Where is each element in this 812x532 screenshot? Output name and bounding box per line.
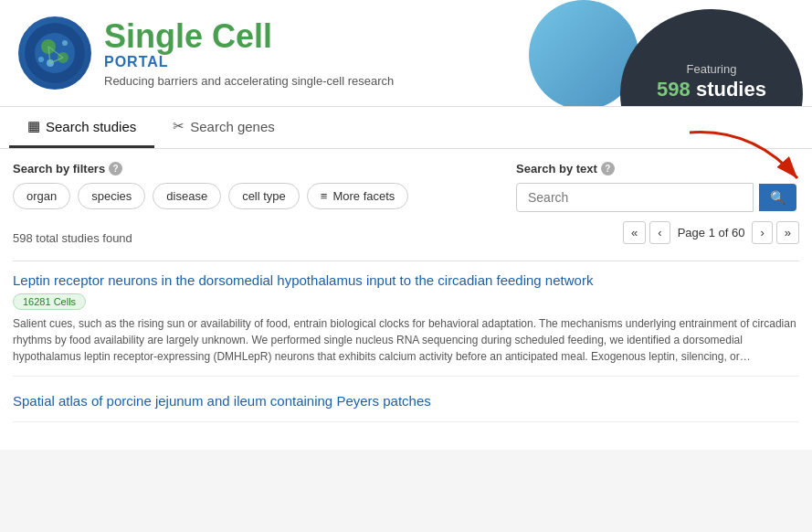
prev-page-button[interactable]: ‹	[649, 221, 670, 244]
species-filter-button[interactable]: species	[78, 183, 145, 209]
table-icon: ▦	[27, 118, 40, 134]
main-content: Search by filters ? organ species diseas…	[0, 149, 812, 450]
search-icon: 🔍	[770, 190, 786, 205]
organ-filter-button[interactable]: organ	[13, 183, 70, 209]
header: Single Cell PORTAL Reducing barriers and…	[0, 0, 812, 106]
filter-buttons-group: organ species disease cell type ≡ More f…	[13, 183, 498, 209]
page-info: Page 1 of 60	[678, 226, 745, 239]
tab-search-studies-label: Search studies	[46, 119, 136, 134]
search-text-area: Search by text ? 🔍	[516, 162, 799, 212]
first-page-button[interactable]: «	[623, 221, 646, 244]
filters-help-icon[interactable]: ?	[109, 162, 122, 176]
tagline: Reducing barriers and accelerating singl…	[104, 74, 394, 88]
header-left: Single Cell PORTAL Reducing barriers and…	[18, 16, 394, 90]
search-input-container: 🔍	[516, 183, 799, 212]
svg-point-6	[38, 57, 44, 62]
cell-count: 36,967,441	[649, 105, 741, 107]
search-by-text-label: Search by text	[516, 162, 597, 176]
results-divider	[13, 261, 799, 261]
next-page-button[interactable]: ›	[752, 221, 772, 244]
dna-icon: ✂	[173, 118, 185, 134]
logo-icon	[18, 16, 91, 90]
search-text-help-icon[interactable]: ?	[601, 162, 615, 176]
tab-search-genes[interactable]: ✂ Search genes	[154, 107, 293, 148]
tab-search-genes-label: Search genes	[190, 119, 275, 134]
app-title: Single Cell	[104, 18, 394, 55]
more-facets-label: More facets	[332, 189, 395, 203]
study-count: 598 studies	[657, 78, 766, 101]
studies-label: studies	[696, 78, 766, 101]
search-filters: Search by filters ? organ species diseas…	[13, 162, 498, 209]
logo-text: Single Cell PORTAL Reducing barriers and…	[104, 18, 394, 89]
study-title-link-2[interactable]: Spatial atlas of porcine jejunum and ile…	[13, 393, 431, 409]
disease-filter-button[interactable]: disease	[153, 183, 221, 209]
logo-svg	[23, 21, 87, 85]
study-description: Salient cues, such as the rising sun or …	[13, 315, 799, 365]
pagination: « ‹ Page 1 of 60 › »	[623, 221, 799, 244]
portal-label: PORTAL	[104, 54, 394, 70]
svg-point-5	[62, 40, 68, 46]
sliders-icon: ≡	[321, 189, 328, 203]
study-item: Spatial atlas of porcine jejunum and ile…	[13, 391, 799, 422]
search-text-label: Search by text ?	[516, 162, 799, 176]
study-cells-badge: 16281 Cells	[13, 293, 86, 310]
results-pagination-row: 598 total studies found « ‹ Page 1 of 60…	[13, 221, 799, 253]
svg-point-1	[35, 33, 75, 73]
study-item: Leptin receptor neurons in the dorsomedi…	[13, 271, 799, 377]
tab-bar: ▦ Search studies ✂ Search genes	[0, 106, 812, 149]
search-button[interactable]: 🔍	[759, 184, 796, 211]
stats-bubble: Featuring 598 studies 36,967,441 cells	[620, 9, 803, 106]
more-facets-button[interactable]: ≡ More facets	[307, 183, 409, 209]
featuring-label: Featuring	[687, 62, 737, 76]
study-number: 598	[657, 78, 691, 101]
last-page-button[interactable]: »	[776, 221, 799, 244]
cell-type-filter-button[interactable]: cell type	[228, 183, 300, 209]
results-total: 598 total studies found	[13, 231, 132, 245]
study-title-link[interactable]: Leptin receptor neurons in the dorsomedi…	[13, 272, 593, 288]
tab-search-studies[interactable]: ▦ Search studies	[9, 107, 154, 148]
cell-stats: 36,967,441 cells	[649, 105, 774, 107]
search-filters-label: Search by filters ?	[13, 162, 498, 176]
search-by-filters-text: Search by filters	[13, 162, 105, 176]
search-row: Search by filters ? organ species diseas…	[13, 162, 799, 212]
search-input[interactable]	[516, 183, 754, 212]
